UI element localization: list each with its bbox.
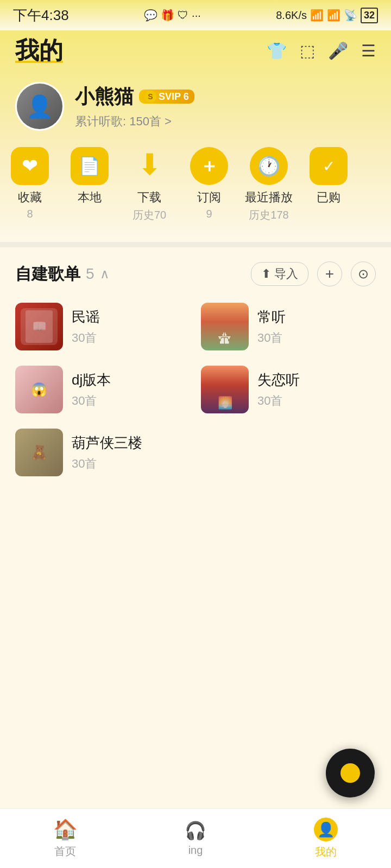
- playlist-name-often: 常听: [257, 308, 286, 327]
- user-name-row: 小熊猫 S SVIP 6: [75, 84, 376, 110]
- nav-item-profile[interactable]: 👤 我的: [261, 818, 391, 859]
- playlist-info-often: 常听 30首: [257, 308, 286, 346]
- action-subscribe[interactable]: ＋ 订阅 9: [179, 147, 239, 220]
- cover-dj-art: 😱: [15, 366, 63, 413]
- scan-icon[interactable]: ⬚: [300, 41, 315, 60]
- playlist-name-folk: 民谣: [72, 308, 100, 327]
- quick-actions: ❤ 收藏 8 📄 本地 ⬇ 下载 历史70 ＋ 订阅 9: [0, 142, 391, 228]
- section-actions: ⬆ 导入 + ⊙: [251, 261, 376, 286]
- vip-level: SVIP 6: [159, 91, 189, 103]
- cover-often-art: 🛣: [201, 303, 249, 350]
- action-local[interactable]: 📄 本地: [60, 147, 119, 208]
- section-divider: [0, 242, 391, 247]
- playlist-count-dj: 30首: [72, 393, 111, 409]
- player-dot: [340, 763, 360, 783]
- action-bought[interactable]: ✓ 已购: [299, 147, 358, 208]
- mic-icon[interactable]: 🎤: [328, 41, 348, 60]
- add-icon: +: [325, 265, 334, 283]
- playlist-name-dj: dj版本: [72, 371, 111, 390]
- vip-s-icon: S: [144, 91, 156, 103]
- action-local-label: 本地: [78, 189, 102, 206]
- download-icon-wrap: ⬇: [130, 147, 168, 185]
- menu-icon[interactable]: ☰: [361, 41, 376, 60]
- headphone-icon: 🎧: [185, 820, 206, 841]
- camera-button[interactable]: ⊙: [351, 261, 376, 286]
- nav-item-ing[interactable]: 🎧 ing: [130, 820, 261, 857]
- shield-icon: 🛡: [178, 9, 188, 22]
- playlist-count-often: 30首: [257, 330, 286, 346]
- avatar-image: 👤: [17, 84, 62, 129]
- user-name: 小熊猫: [75, 84, 134, 110]
- playlist-count-gourd: 30首: [72, 456, 142, 472]
- playlist-item-breakup[interactable]: 🌅 失恋听 30首: [195, 358, 381, 421]
- vip-badge: S SVIP 6: [139, 90, 194, 104]
- cover-gourd-art: 🧸: [15, 429, 63, 476]
- playlist-info-breakup: 失恋听 30首: [257, 371, 300, 409]
- playlist-section-header: 自建歌单 5 ∧ ⬆ 导入 + ⊙: [0, 251, 391, 295]
- action-recent[interactable]: 🕐 最近播放 历史178: [239, 147, 299, 222]
- import-button[interactable]: ⬆ 导入: [251, 262, 308, 286]
- playlist-item-folk[interactable]: 📖 民谣 30首: [10, 295, 195, 358]
- add-playlist-button[interactable]: +: [317, 261, 342, 286]
- chevron-up-icon[interactable]: ∧: [100, 266, 110, 282]
- battery-indicator: 32: [361, 8, 378, 23]
- avatar[interactable]: 👤: [15, 82, 64, 131]
- playlist-count-breakup: 30首: [257, 393, 300, 409]
- nav-label-profile: 我的: [315, 845, 337, 859]
- playlist-count-folk: 30首: [72, 330, 100, 346]
- gift-icon: 🎁: [161, 9, 174, 22]
- action-recent-sub: 历史178: [249, 208, 288, 222]
- action-download-sub: 历史70: [133, 208, 166, 222]
- import-icon: ⬆: [261, 267, 271, 281]
- camera-icon: ⊙: [358, 266, 369, 282]
- playlist-cover-folk: 📖: [15, 303, 63, 350]
- wifi-icon: 📡: [344, 9, 357, 22]
- playlist-info-dj: dj版本 30首: [72, 371, 111, 409]
- status-icons: 💬 🎁 🛡 ···: [144, 9, 201, 22]
- playlist-info-folk: 民谣 30首: [72, 308, 100, 346]
- user-info: 小熊猫 S SVIP 6 累计听歌: 150首 >: [75, 84, 376, 130]
- action-bought-label: 已购: [317, 189, 340, 206]
- floating-player-button[interactable]: [326, 749, 375, 797]
- more-icon: ···: [192, 9, 201, 22]
- playlist-item-gourd[interactable]: 🧸 葫芦侠三楼 30首: [10, 421, 195, 484]
- shirt-icon[interactable]: 👕: [267, 41, 287, 60]
- bought-icon-wrap: ✓: [310, 147, 348, 185]
- signal2-icon: 📶: [327, 9, 340, 22]
- wechat-icon: 💬: [144, 9, 157, 22]
- user-stats[interactable]: 累计听歌: 150首 >: [75, 113, 376, 130]
- action-collect[interactable]: ❤ 收藏 8: [0, 147, 60, 220]
- nav-item-home[interactable]: 🏠 首页: [0, 818, 130, 859]
- top-nav: 我的 👕 ⬚ 🎤 ☰: [0, 30, 391, 73]
- status-time: 下午4:38: [13, 6, 69, 25]
- playlist-item-often[interactable]: 🛣 常听 30首: [195, 295, 381, 358]
- playlist-count: 5: [86, 265, 94, 283]
- playlist-cover-gourd: 🧸: [15, 429, 63, 476]
- playlist-info-gourd: 葫芦侠三楼 30首: [72, 433, 142, 472]
- playlist-item-dj[interactable]: 😱 dj版本 30首: [10, 358, 195, 421]
- action-recent-label: 最近播放: [245, 189, 293, 206]
- nav-label-ing: ing: [188, 844, 203, 857]
- playlist-cover-breakup: 🌅: [201, 366, 249, 413]
- action-subscribe-sub: 9: [206, 208, 212, 220]
- user-profile: 👤 小熊猫 S SVIP 6 累计听歌: 150首 >: [0, 73, 391, 142]
- playlist-cover-often: 🛣: [201, 303, 249, 350]
- heart-icon-wrap: ❤: [11, 147, 49, 185]
- status-right: 8.6K/s 📶 📶 📡 32: [276, 8, 378, 23]
- header-section: 我的 👕 ⬚ 🎤 ☰ 👤 小熊猫 S SVIP 6 累计听歌: 150首 >: [0, 30, 391, 239]
- action-download[interactable]: ⬇ 下载 历史70: [119, 147, 179, 222]
- cover-folk-art: 📖: [15, 303, 63, 350]
- playlist-name-gourd: 葫芦侠三楼: [72, 433, 142, 452]
- cover-breakup-art: 🌅: [201, 366, 249, 413]
- status-bar: 下午4:38 💬 🎁 🛡 ··· 8.6K/s 📶 📶 📡 32: [0, 0, 391, 30]
- signal-icon: 📶: [310, 9, 324, 22]
- local-icon-wrap: 📄: [71, 147, 109, 185]
- playlist-section-title: 自建歌单: [15, 263, 80, 285]
- playlist-name-breakup: 失恋听: [257, 371, 300, 390]
- top-nav-icons: 👕 ⬚ 🎤 ☰: [267, 41, 376, 60]
- page-title: 我的: [15, 35, 63, 67]
- nav-label-home: 首页: [54, 844, 76, 859]
- section-title-row: 自建歌单 5 ∧: [15, 263, 110, 285]
- action-collect-label: 收藏: [18, 189, 42, 206]
- playlist-cover-dj: 😱: [15, 366, 63, 413]
